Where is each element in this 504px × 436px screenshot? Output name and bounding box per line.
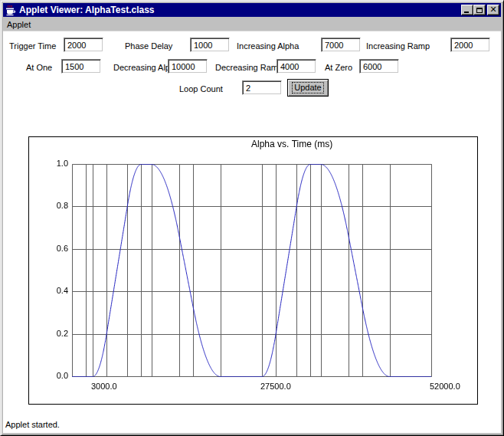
phase-delay-input[interactable] xyxy=(190,38,230,52)
phase-delay-label: Phase Delay xyxy=(125,41,172,51)
increasing-ramp-label: Increasing Ramp xyxy=(366,41,430,51)
at-zero-input[interactable] xyxy=(359,59,399,74)
decreasing-ramp-input[interactable] xyxy=(277,59,316,74)
loop-count-input[interactable] xyxy=(242,80,282,95)
close-icon: ✕ xyxy=(489,6,496,14)
at-one-label: At One xyxy=(26,63,52,72)
loop-count-label: Loop Count xyxy=(179,84,223,93)
at-one-input[interactable] xyxy=(61,59,101,74)
maximize-icon xyxy=(476,8,483,13)
at-zero-label: At Zero xyxy=(325,63,352,72)
title-bar[interactable]: Applet Viewer: AlphaTest.class ✕ xyxy=(3,3,501,17)
update-button-label: Update xyxy=(293,83,322,93)
alpha-vs-time-chart-canvas xyxy=(29,137,477,404)
increasing-alpha-input[interactable] xyxy=(321,38,361,52)
status-bar: Applet started. xyxy=(5,420,60,429)
increasing-alpha-label: Increasing Alpha xyxy=(237,41,299,51)
maximize-button[interactable] xyxy=(473,5,486,15)
increasing-ramp-input[interactable] xyxy=(450,38,490,52)
decreasing-ramp-label: Decreasing Ramp xyxy=(215,63,283,72)
minimize-icon xyxy=(464,11,469,13)
minimize-button[interactable] xyxy=(461,5,473,15)
window-title: Applet Viewer: AlphaTest.class xyxy=(19,5,155,15)
java-coffee-cup-icon xyxy=(5,5,17,16)
trigger-time-input[interactable] xyxy=(64,38,103,52)
applet-viewer-window: Applet Viewer: AlphaTest.class ✕ Applet … xyxy=(0,0,504,436)
menu-applet[interactable]: Applet xyxy=(3,18,35,31)
alpha-vs-time-chart xyxy=(28,136,478,405)
menu-bar: Applet xyxy=(3,17,501,31)
decreasing-alpha-input[interactable] xyxy=(168,59,208,74)
close-button[interactable]: ✕ xyxy=(487,5,499,15)
applet-content: Trigger Time Phase Delay Increasing Alph… xyxy=(3,31,501,433)
trigger-time-label: Trigger Time xyxy=(9,41,56,51)
titlebar-buttons: ✕ xyxy=(461,5,499,15)
update-button[interactable]: Update xyxy=(287,79,329,97)
